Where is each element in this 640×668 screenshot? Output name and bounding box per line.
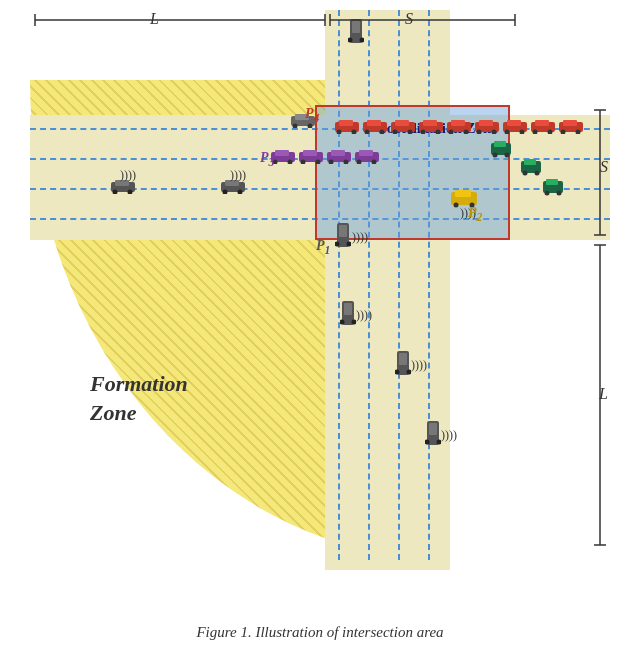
dim-S-right-label: S xyxy=(600,158,608,176)
dim-S-top-svg xyxy=(325,10,520,30)
svg-rect-69 xyxy=(524,159,536,165)
car-teal-3 xyxy=(542,178,564,196)
dim-L-top-svg xyxy=(30,10,330,30)
lane-line-v3 xyxy=(398,10,400,560)
p4-label: P4 xyxy=(305,106,319,125)
svg-rect-17 xyxy=(423,120,437,126)
wifi-mid1: )))) xyxy=(356,308,372,323)
diagram: Coordination Zone FormationZone xyxy=(30,10,610,620)
svg-rect-77 xyxy=(455,190,471,197)
svg-rect-9 xyxy=(367,120,381,126)
car-red-8 xyxy=(530,118,556,134)
car-red-7 xyxy=(502,118,528,134)
svg-rect-41 xyxy=(275,150,289,156)
car-vert-low xyxy=(425,420,441,446)
svg-rect-85 xyxy=(339,225,347,237)
car-red-6 xyxy=(474,118,500,134)
dim-L-top-label: L xyxy=(150,10,159,28)
car-red-3 xyxy=(390,118,416,134)
svg-point-67 xyxy=(505,153,510,158)
svg-point-78 xyxy=(454,203,459,208)
svg-rect-89 xyxy=(344,303,352,315)
svg-rect-73 xyxy=(546,179,558,185)
svg-point-70 xyxy=(523,171,528,176)
road-vertical xyxy=(325,10,450,570)
svg-point-74 xyxy=(545,191,550,196)
car-purple-4 xyxy=(354,148,380,164)
lane-line-v1 xyxy=(338,10,340,560)
car-vert-mid2 xyxy=(395,350,411,376)
car-purple-3 xyxy=(326,148,352,164)
svg-rect-21 xyxy=(451,120,465,126)
svg-rect-25 xyxy=(479,120,493,126)
wifi-h2: )))) xyxy=(230,168,246,183)
svg-rect-29 xyxy=(507,120,521,126)
car-purple-2 xyxy=(298,148,324,164)
car-vert-mid1 xyxy=(340,300,356,326)
wifi-low: )))) xyxy=(441,428,457,443)
svg-rect-45 xyxy=(303,150,317,156)
dim-S-top-label: S xyxy=(405,10,413,28)
p1-label: P1 xyxy=(316,238,330,257)
car-teal-1 xyxy=(490,140,512,158)
svg-point-71 xyxy=(535,171,540,176)
p3-label: P3 xyxy=(260,150,274,169)
car-red-5 xyxy=(446,118,472,134)
p2-label: P2 xyxy=(468,205,482,224)
wifi-mid2: )))) xyxy=(411,358,427,373)
svg-point-75 xyxy=(557,191,562,196)
car-red-4 xyxy=(418,118,444,134)
svg-rect-37 xyxy=(563,120,577,126)
lane-line-v4 xyxy=(428,10,430,560)
wifi-h1: )))) xyxy=(120,168,136,183)
svg-rect-49 xyxy=(331,150,345,156)
car-red-2 xyxy=(362,118,388,134)
formation-zone-label: FormationZone xyxy=(90,370,188,427)
svg-rect-33 xyxy=(535,120,549,126)
lane-line-v2 xyxy=(368,10,370,560)
svg-rect-93 xyxy=(399,353,407,365)
svg-rect-53 xyxy=(359,150,373,156)
car-red-1 xyxy=(334,118,360,134)
caption-text: Figure 1. Illustration of intersection a… xyxy=(196,624,443,640)
svg-rect-13 xyxy=(395,120,409,126)
svg-point-66 xyxy=(493,153,498,158)
figure-caption: Figure 1. Illustration of intersection a… xyxy=(196,624,443,641)
svg-rect-5 xyxy=(339,120,353,126)
dim-L-right-label: L xyxy=(599,385,608,403)
svg-rect-97 xyxy=(429,423,437,435)
car-red-9 xyxy=(558,118,584,134)
wifi-p1: )))) xyxy=(352,230,368,245)
car-teal-2 xyxy=(520,158,542,176)
car-p1-1 xyxy=(335,222,351,248)
svg-rect-65 xyxy=(494,141,506,147)
